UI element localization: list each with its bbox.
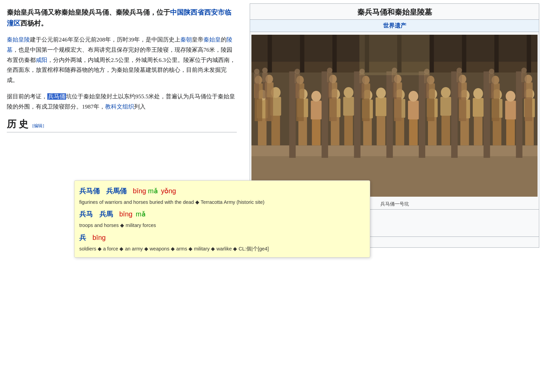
svg-rect-8 bbox=[430, 35, 434, 72]
title-after-link: 西杨村。 bbox=[20, 19, 48, 27]
svg-rect-11 bbox=[527, 35, 531, 72]
svg-rect-66 bbox=[493, 118, 501, 145]
svg-rect-90 bbox=[394, 97, 401, 121]
svg-rect-57 bbox=[442, 116, 450, 145]
svg-rect-24 bbox=[258, 118, 266, 145]
tooltip-def-1: figurines of warriors and horses buried … bbox=[79, 198, 364, 206]
svg-point-125 bbox=[457, 68, 462, 73]
svg-rect-111 bbox=[295, 83, 300, 98]
tooltip-traditional-2: 兵馬 bbox=[99, 210, 113, 218]
link-qin-dynasty[interactable]: 秦朝 bbox=[180, 36, 192, 43]
svg-rect-69 bbox=[506, 119, 515, 145]
svg-rect-16 bbox=[354, 71, 360, 158]
tooltip-pinyin-bing-1: bīng bbox=[133, 187, 146, 195]
svg-rect-3 bbox=[268, 35, 272, 72]
svg-point-110 bbox=[295, 69, 300, 74]
link-mausoleum[interactable]: 陵墓 bbox=[7, 36, 232, 53]
tooltip-pinyin-ma-1: mǎ bbox=[148, 187, 158, 195]
svg-rect-37 bbox=[343, 97, 354, 116]
svg-rect-45 bbox=[377, 116, 385, 146]
svg-point-131 bbox=[521, 68, 527, 73]
svg-rect-51 bbox=[409, 119, 417, 145]
svg-rect-105 bbox=[255, 83, 259, 98]
svg-rect-33 bbox=[312, 119, 320, 145]
title-bold: 秦始皇兵马俑又称秦始皇陵兵马俑、秦陵兵马俑 bbox=[7, 9, 150, 16]
svg-rect-39 bbox=[344, 116, 353, 145]
svg-rect-20 bbox=[483, 71, 490, 158]
paragraph-1: 秦始皇陵建于公元前246年至公元前208年，历时39年，是中国历史上秦朝皇帝秦始… bbox=[7, 35, 237, 85]
svg-rect-103 bbox=[254, 74, 260, 83]
link-qin-emperor[interactable]: 秦始皇 bbox=[203, 36, 221, 43]
warriors-image bbox=[251, 35, 538, 197]
svg-rect-129 bbox=[490, 83, 494, 98]
svg-rect-42 bbox=[363, 118, 372, 145]
svg-rect-49 bbox=[408, 101, 419, 120]
svg-rect-10 bbox=[494, 35, 499, 72]
svg-rect-72 bbox=[525, 117, 533, 146]
svg-rect-84 bbox=[329, 97, 337, 121]
svg-rect-63 bbox=[474, 117, 482, 145]
svg-rect-15 bbox=[322, 71, 328, 158]
link-unesco[interactable]: 教科文组织 bbox=[105, 103, 134, 110]
svg-point-107 bbox=[262, 68, 268, 73]
svg-rect-48 bbox=[396, 118, 404, 145]
svg-rect-17 bbox=[386, 71, 393, 158]
svg-rect-102 bbox=[525, 97, 532, 121]
svg-rect-61 bbox=[473, 98, 484, 117]
svg-rect-99 bbox=[492, 98, 499, 121]
title-rest: ，位于 bbox=[150, 9, 170, 16]
tooltip-pinyin-ma-2: mǎ bbox=[136, 210, 146, 218]
svg-rect-126 bbox=[457, 82, 462, 99]
paragraph-2: 据目前的考证，兵马俑坑位于秦始皇陵封土以东约955.5米处，普遍认为兵马俑位于秦… bbox=[7, 92, 237, 112]
svg-point-104 bbox=[254, 69, 260, 74]
svg-rect-67 bbox=[505, 101, 516, 120]
svg-rect-60 bbox=[460, 118, 469, 145]
section-heading-history: 历 史 [编辑] bbox=[7, 118, 237, 132]
svg-rect-43 bbox=[376, 97, 386, 116]
svg-rect-109 bbox=[295, 74, 300, 83]
link-qin-mausoleum[interactable]: 秦始皇陵 bbox=[7, 36, 30, 43]
svg-rect-132 bbox=[522, 82, 526, 99]
svg-point-50 bbox=[409, 91, 418, 102]
svg-rect-21 bbox=[516, 71, 523, 158]
svg-rect-124 bbox=[457, 72, 462, 82]
svg-rect-5 bbox=[332, 35, 337, 72]
infobox-title: 秦兵马俑和秦始皇陵墓 bbox=[250, 4, 539, 19]
svg-rect-120 bbox=[392, 82, 397, 99]
tooltip-def-2: troops and horses ◆ military forces bbox=[79, 222, 364, 229]
highlighted-bingmayong: 兵马俑 bbox=[47, 93, 66, 100]
tooltip-def-3: soldiers ◆ a force ◆ an army ◆ weapons ◆… bbox=[79, 245, 364, 252]
svg-rect-123 bbox=[425, 83, 429, 98]
partial-text: 部分。1987年， bbox=[65, 103, 105, 110]
svg-point-68 bbox=[506, 91, 515, 102]
svg-rect-108 bbox=[263, 82, 267, 99]
svg-rect-78 bbox=[265, 97, 273, 121]
svg-point-128 bbox=[489, 69, 494, 74]
tooltip-simplified-3: 兵 bbox=[79, 234, 86, 241]
svg-rect-93 bbox=[427, 98, 434, 121]
svg-rect-18 bbox=[419, 71, 425, 158]
svg-rect-4 bbox=[300, 35, 304, 72]
svg-rect-19 bbox=[451, 71, 458, 158]
svg-rect-55 bbox=[440, 97, 451, 116]
section-title: 历 史 bbox=[7, 118, 28, 131]
svg-point-38 bbox=[344, 87, 353, 98]
svg-rect-14 bbox=[289, 71, 296, 158]
tooltip-pinyin-3: bīng bbox=[93, 234, 106, 241]
svg-rect-127 bbox=[489, 74, 494, 83]
svg-rect-106 bbox=[262, 72, 268, 82]
svg-rect-133 bbox=[359, 35, 429, 75]
left-panel: 秦始皇兵马俑又称秦始皇陵兵马俑、秦陵兵马俑，位于中国陕西省西安市临潼区西杨村。 … bbox=[0, 0, 245, 392]
tooltip-row-1: 兵马俑 兵馬俑 bīng mǎ yǒng bbox=[79, 185, 364, 196]
infobox-image-container bbox=[250, 32, 539, 200]
svg-point-113 bbox=[327, 68, 332, 73]
svg-point-44 bbox=[376, 88, 386, 99]
tooltip-row-2: 兵马 兵馬 bīng mǎ bbox=[79, 209, 364, 219]
svg-rect-130 bbox=[521, 72, 527, 82]
tooltip-pinyin-yong-1: yǒng bbox=[161, 187, 176, 195]
link-xianyang[interactable]: 咸阳 bbox=[36, 57, 47, 63]
tooltip-traditional-1: 兵馬俑 bbox=[106, 187, 127, 195]
tooltip-popup: 兵马俑 兵馬俑 bīng mǎ yǒng figurines of warrio… bbox=[74, 180, 370, 258]
edit-link[interactable]: [编辑] bbox=[32, 123, 44, 129]
svg-rect-54 bbox=[428, 117, 436, 146]
